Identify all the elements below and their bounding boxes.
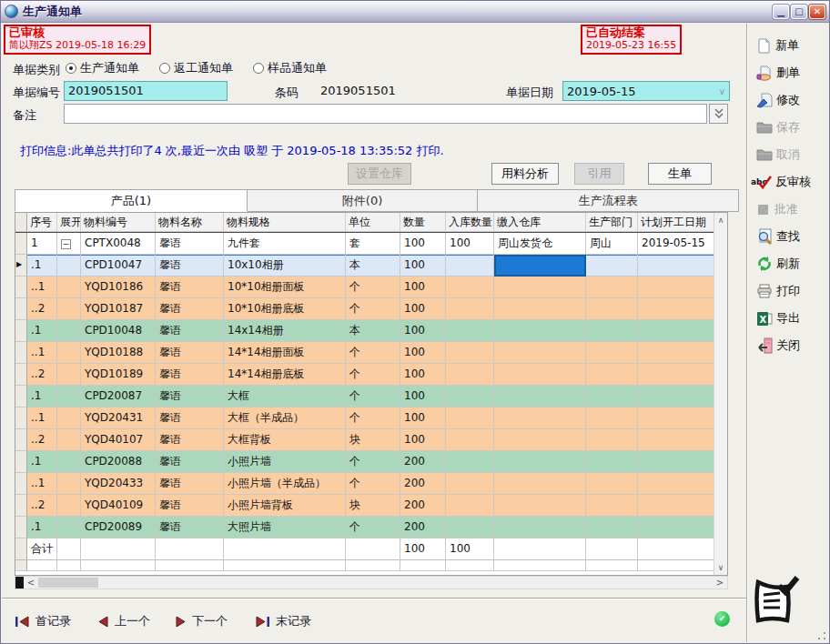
cell-expand[interactable] bbox=[57, 560, 81, 571]
cell-warehouse[interactable] bbox=[494, 538, 586, 560]
cell-spec[interactable]: 小照片墙背板 bbox=[224, 495, 346, 517]
cell-in_qty[interactable] bbox=[446, 386, 494, 408]
cell-warehouse[interactable] bbox=[494, 495, 586, 517]
table-row[interactable]: .1CPD20088馨语小照片墙个200 bbox=[15, 451, 715, 473]
cell-dept[interactable] bbox=[586, 320, 638, 342]
cell-qty[interactable]: 100 bbox=[400, 408, 446, 429]
remark-expand-button[interactable] bbox=[709, 104, 728, 124]
table-row[interactable]: ..1YQD20431馨语大框（半成品）个100 bbox=[15, 408, 715, 429]
table-row[interactable]: ..2YQD10189馨语14*14相册底板个100 bbox=[15, 364, 715, 386]
cell-expand[interactable] bbox=[57, 429, 81, 451]
tab-production-flow[interactable]: 生产流程表 bbox=[478, 189, 739, 212]
sidebar-item-modify[interactable]: 修改 bbox=[751, 86, 827, 114]
cell-spec[interactable]: 九件套 bbox=[224, 233, 346, 255]
cell-dept[interactable] bbox=[586, 408, 638, 429]
cell-dept[interactable] bbox=[586, 451, 638, 473]
cell-spec[interactable]: 大框 bbox=[224, 386, 346, 408]
cell-name[interactable]: 馨语 bbox=[156, 277, 224, 298]
cell-name[interactable]: 馨语 bbox=[156, 233, 224, 255]
cell-expand[interactable] bbox=[57, 277, 81, 298]
table-row[interactable]: ..1YQD20433馨语小照片墙（半成品）个200 bbox=[15, 473, 715, 495]
cell-qty[interactable]: 100 bbox=[400, 386, 446, 408]
cell-spec[interactable]: 大照片墙 bbox=[224, 517, 346, 538]
last-record-button[interactable]: 末记录 bbox=[255, 613, 311, 629]
cell-unit[interactable]: 本 bbox=[346, 255, 400, 277]
column-header[interactable]: 序号 bbox=[27, 213, 57, 232]
cell-seq[interactable]: .1 bbox=[27, 386, 57, 408]
cell-in_qty[interactable] bbox=[446, 364, 494, 386]
cell-unit[interactable]: 个 bbox=[346, 277, 400, 298]
sidebar-item-close[interactable]: 关闭 bbox=[751, 332, 827, 359]
column-header[interactable]: 物料编号 bbox=[81, 213, 156, 232]
cell-in_qty[interactable] bbox=[446, 255, 494, 277]
cell-expand[interactable] bbox=[57, 255, 81, 277]
radio-rework-notice[interactable]: 返工通知单 bbox=[159, 60, 233, 76]
cell-dept[interactable] bbox=[586, 277, 638, 298]
empty-row[interactable] bbox=[15, 560, 715, 571]
maximize-button[interactable]: □ bbox=[791, 5, 807, 19]
cell-code[interactable]: CPD20089 bbox=[81, 517, 156, 538]
cell-qty[interactable]: 100 bbox=[400, 429, 446, 451]
table-row[interactable]: .1CPD20089馨语大照片墙个200 bbox=[15, 517, 715, 538]
cell-qty[interactable] bbox=[400, 560, 446, 571]
cell-spec[interactable]: 14*14相册底板 bbox=[224, 364, 346, 386]
cell-in_qty[interactable]: 100 bbox=[446, 538, 494, 560]
cell-expand[interactable] bbox=[57, 517, 81, 538]
cell-dept[interactable] bbox=[586, 342, 638, 364]
cell-seq[interactable]: ..2 bbox=[27, 364, 57, 386]
cell-warehouse[interactable] bbox=[494, 255, 586, 277]
cell-seq[interactable] bbox=[27, 560, 57, 571]
cell-spec[interactable]: 14*14相册面板 bbox=[224, 342, 346, 364]
cell-warehouse[interactable]: 周山发货仓 bbox=[494, 233, 586, 255]
cell-qty[interactable]: 100 bbox=[400, 255, 446, 277]
cell-date[interactable] bbox=[638, 517, 715, 538]
cell-seq[interactable]: ..2 bbox=[27, 495, 57, 517]
cell-spec[interactable] bbox=[224, 538, 346, 560]
cell-name[interactable]: 馨语 bbox=[156, 408, 224, 429]
column-header[interactable]: 缴入仓库 bbox=[494, 213, 586, 232]
cell-seq[interactable]: ..2 bbox=[27, 298, 57, 320]
cell-name[interactable]: 馨语 bbox=[156, 298, 224, 320]
table-row[interactable]: .1CPD20087馨语大框个100 bbox=[15, 386, 715, 408]
cell-spec[interactable]: 小照片墙 bbox=[224, 451, 346, 473]
cell-code[interactable]: YQD10187 bbox=[81, 298, 156, 320]
cell-unit[interactable] bbox=[346, 538, 400, 560]
table-row[interactable]: .1CPD10048馨语14x14相册本100 bbox=[15, 320, 715, 342]
scroll-thumb[interactable] bbox=[38, 578, 98, 588]
cell-in_qty[interactable] bbox=[446, 320, 494, 342]
remark-input[interactable] bbox=[64, 104, 707, 124]
radio-production-notice[interactable]: 生产通知单 bbox=[66, 60, 139, 76]
cell-date[interactable] bbox=[638, 538, 715, 560]
cell-name[interactable]: 馨语 bbox=[156, 255, 224, 277]
cell-expand[interactable] bbox=[57, 473, 81, 495]
cell-unit[interactable]: 个 bbox=[346, 517, 400, 538]
cell-expand[interactable] bbox=[57, 364, 81, 386]
cell-seq[interactable]: .1 bbox=[27, 451, 57, 473]
cell-in_qty[interactable] bbox=[446, 298, 494, 320]
cell-code[interactable]: CPD10047 bbox=[81, 255, 156, 277]
sidebar-item-find[interactable]: 查找 bbox=[751, 223, 827, 250]
table-row[interactable]: ..1YQD10188馨语14*14相册面板个100 bbox=[15, 342, 715, 364]
cell-name[interactable]: 馨语 bbox=[156, 342, 224, 364]
column-header[interactable]: 物料规格 bbox=[224, 213, 346, 232]
table-row[interactable]: ..2YQD40107馨语大框背板块100 bbox=[15, 429, 715, 451]
cell-spec[interactable]: 10*10相册底板 bbox=[224, 298, 346, 320]
first-record-button[interactable]: 首记录 bbox=[15, 613, 71, 629]
cell-warehouse[interactable] bbox=[494, 277, 586, 298]
cell-spec[interactable]: 大框（半成品） bbox=[224, 408, 346, 429]
cell-name[interactable]: 馨语 bbox=[156, 451, 224, 473]
sidebar-item-unaudit[interactable]: abc 反审核 bbox=[751, 168, 827, 196]
cell-dept[interactable] bbox=[586, 495, 638, 517]
cell-unit[interactable] bbox=[346, 560, 400, 571]
cell-unit[interactable]: 个 bbox=[346, 298, 400, 320]
create-order-button[interactable]: 生单 bbox=[648, 163, 712, 185]
cell-qty[interactable]: 100 bbox=[400, 298, 446, 320]
cell-warehouse[interactable] bbox=[494, 386, 586, 408]
cell-code[interactable] bbox=[81, 538, 156, 560]
collapse-icon[interactable]: − bbox=[61, 239, 71, 249]
cell-seq[interactable]: ..2 bbox=[27, 429, 57, 451]
cell-qty[interactable]: 100 bbox=[400, 233, 446, 255]
cell-seq[interactable]: ..1 bbox=[27, 473, 57, 495]
table-row[interactable]: ..2YQD40109馨语小照片墙背板块200 bbox=[15, 495, 715, 517]
cell-dept[interactable] bbox=[586, 364, 638, 386]
